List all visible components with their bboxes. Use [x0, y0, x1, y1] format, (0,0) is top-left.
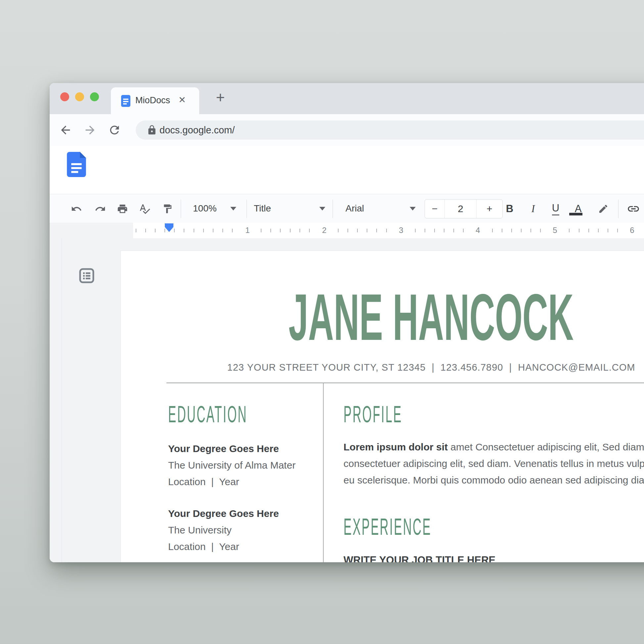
new-tab-button[interactable]: + — [210, 88, 230, 108]
experience-heading: EXPERIENCE — [344, 515, 513, 538]
education-entry-2: Your Degree Goes Here The University Loc… — [168, 505, 279, 555]
ruler-mark-1: 1 — [241, 226, 254, 235]
tab-close-icon[interactable]: ✕ — [178, 95, 186, 105]
font-size-value[interactable]: 2 — [445, 200, 476, 218]
docs-file-icon — [121, 95, 131, 107]
profile-paragraph: Lorem ipsum dolor sit amet Consectetuer … — [344, 439, 644, 488]
zoom-caret-icon[interactable] — [230, 207, 236, 210]
italic-button[interactable]: I — [526, 202, 540, 216]
redo-icon[interactable] — [93, 202, 108, 216]
font-size-control: − 2 + — [425, 199, 503, 218]
browser-navbar: docs.google.com/ — [50, 114, 644, 146]
resume-name: JANE HANCOCK — [121, 285, 644, 350]
ruler-margin-area — [50, 223, 133, 238]
header-divider-line — [166, 383, 644, 383]
spellcheck-icon[interactable] — [137, 202, 152, 216]
ruler-mark-6: 6 — [625, 226, 639, 235]
print-icon[interactable] — [115, 202, 130, 216]
education-entry-1: Your Degree Goes Here The University of … — [168, 440, 296, 490]
increase-font-size-button[interactable]: + — [476, 200, 502, 218]
ruler-mark-4: 4 — [471, 226, 484, 235]
minimize-window-button[interactable] — [75, 92, 84, 101]
profile-heading: PROFILE — [344, 403, 457, 426]
toolbar-separator — [247, 200, 247, 218]
bold-button[interactable]: B — [502, 202, 517, 216]
google-docs-icon[interactable] — [67, 152, 86, 177]
address-bar[interactable]: docs.google.com/ — [136, 120, 644, 140]
reload-icon[interactable] — [108, 123, 121, 137]
underline-button[interactable]: U — [548, 202, 563, 216]
document-canvas: JANE HANCOCK 123 YOUR STREET YOUR CITY, … — [50, 238, 644, 562]
resume-contact-line: 123 YOUR STREET YOUR CITY, ST 12345 | 12… — [121, 362, 644, 373]
ruler-ticks — [136, 229, 644, 232]
canvas-edge-line — [62, 238, 62, 562]
location-year: Location | Year — [168, 538, 279, 555]
decrease-font-size-button[interactable]: − — [425, 200, 445, 218]
tab-title: MioDocs — [135, 95, 170, 106]
text-color-button[interactable]: A — [571, 202, 585, 216]
docs-toolbar: 100% Title Arial − 2 + B I U A — [50, 194, 644, 223]
toolbar-separator — [618, 200, 619, 218]
insert-link-icon[interactable] — [626, 202, 641, 216]
zoom-window-button[interactable] — [90, 92, 99, 101]
ruler-mark-3: 3 — [394, 226, 408, 235]
experience-job-title: WRITE YOUR JOB TITLE HERE — [344, 554, 495, 562]
font-caret-icon[interactable] — [410, 207, 416, 210]
tab-strip: MioDocs ✕ + — [50, 83, 644, 114]
browser-window: MioDocs ✕ + docs.google.com/ — [50, 83, 644, 562]
ruler-mark-5: 5 — [548, 226, 562, 235]
document-outline-icon[interactable] — [79, 268, 95, 284]
font-select[interactable]: Arial — [345, 203, 364, 214]
url-text: docs.google.com/ — [160, 125, 235, 136]
highlight-color-icon[interactable] — [596, 202, 611, 216]
toolbar-separator — [181, 200, 181, 218]
degree-line: Your Degree Goes Here — [168, 440, 296, 457]
close-window-button[interactable] — [60, 92, 69, 101]
school-line: The University of Alma Mater — [168, 457, 296, 474]
paragraph-style-select[interactable]: Title — [254, 203, 271, 214]
location-year: Location | Year — [168, 474, 296, 490]
education-heading: EDUCATION — [168, 403, 321, 426]
tab-miodocs[interactable]: MioDocs ✕ — [111, 87, 199, 114]
zoom-select[interactable]: 100% — [193, 203, 217, 214]
ruler-mark-2: 2 — [318, 226, 331, 235]
horizontal-ruler[interactable]: 1 2 3 4 5 6 — [50, 223, 644, 239]
undo-icon[interactable] — [69, 202, 84, 216]
screenshot-stage: MioDocs ✕ + docs.google.com/ — [0, 0, 644, 644]
toolbar-separator — [333, 200, 333, 218]
forward-icon[interactable] — [83, 123, 97, 137]
back-icon[interactable] — [59, 123, 72, 137]
docs-header: MioDocs Google Docs Resume Template File… — [50, 146, 644, 194]
indent-marker[interactable] — [165, 223, 173, 232]
document-page[interactable]: JANE HANCOCK 123 YOUR STREET YOUR CITY, … — [121, 251, 644, 562]
lock-icon[interactable] — [147, 125, 157, 135]
column-divider-line — [323, 383, 324, 562]
school-line: The University — [168, 522, 279, 538]
paint-format-icon[interactable] — [160, 202, 175, 216]
degree-line: Your Degree Goes Here — [168, 505, 279, 522]
style-caret-icon[interactable] — [319, 207, 325, 210]
